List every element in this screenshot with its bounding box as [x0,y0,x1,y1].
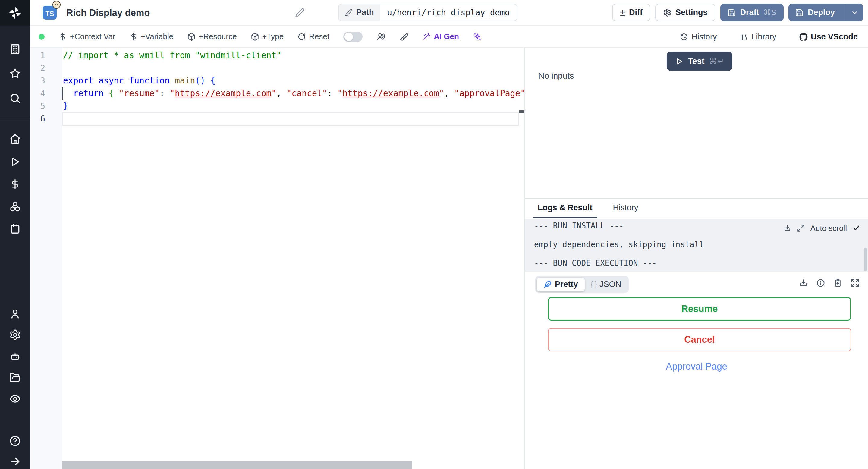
sidebar-item-runs[interactable] [9,156,21,167]
line-number[interactable]: 1 [40,49,45,62]
play-icon [675,57,683,65]
add-type-button[interactable]: +Type [251,32,284,41]
sidebar-item-favorites[interactable] [9,68,21,79]
paintbrush-icon [399,32,408,41]
tab-logs-result[interactable]: Logs & Result [533,199,597,218]
edit-summary-pencil-icon[interactable] [295,8,305,18]
sidebar-item-users[interactable] [9,308,21,319]
sidebar-item-audit[interactable] [9,393,21,405]
history-button[interactable]: History [680,32,717,41]
log-line: --- BUN CODE EXECUTION --- [534,259,868,268]
line-number[interactable]: 4 [40,87,45,100]
editor-gutter: 123456 [30,48,62,469]
expand-logs-icon[interactable] [797,224,805,232]
library-button[interactable]: Library [740,32,776,41]
tab-history[interactable]: History [608,199,643,218]
sidebar-collapse[interactable] [9,456,21,467]
line-number[interactable]: 2 [40,62,45,74]
gear-icon [9,329,21,341]
sidebar-item-workers[interactable] [9,351,21,362]
ai-sparkles-button[interactable] [473,32,482,41]
add-resource-button[interactable]: +Resource [187,32,237,41]
diff-button-label: Diff [629,8,643,17]
approval-page-link[interactable]: Approval Page [525,361,868,372]
path-field[interactable]: Path u/henri/rich_display_demo [338,4,518,22]
code-token: https://example.com [342,88,439,98]
cancel-button[interactable]: Cancel [548,328,851,351]
path-value: u/henri/rich_display_demo [380,4,517,21]
pretty-tab[interactable]: Pretty [537,278,585,291]
deploy-button-main[interactable]: Deploy [788,8,841,17]
download-result-icon[interactable] [799,279,808,287]
diff-button[interactable]: ± Diff [612,4,650,22]
reset-button[interactable]: Reset [298,32,330,41]
format-code-button[interactable] [399,32,408,41]
assistant-toggle[interactable] [343,32,363,42]
expand-result-icon[interactable] [850,279,860,287]
sidebar-item-workspace[interactable] [9,43,21,55]
draft-button-label: Draft [740,8,759,17]
save-icon [727,8,736,17]
user-icon [9,308,21,319]
resume-button[interactable]: Resume [548,297,851,321]
sidebar-item-settings[interactable] [9,329,21,341]
logs-pane[interactable]: Auto scroll --- BUN INSTALL ---empty dep… [525,219,868,272]
code-token: main [175,76,195,86]
no-inputs-text: No inputs [538,71,574,81]
topbar-actions: ± Diff Settings Draft ⌘S Deploy [612,4,863,22]
logs-scrollbar[interactable] [864,248,867,271]
multiplayer-button[interactable] [376,32,385,41]
typescript-badge-label: TS [45,10,54,18]
sidebar-item-resources[interactable] [9,201,21,212]
eye-icon [9,393,21,405]
diff-icon: ± [620,8,625,17]
test-button[interactable]: Test ⌘↵ [667,52,733,71]
calendar-icon [9,223,21,234]
reset-icon [298,33,306,41]
users-icon [376,32,385,41]
dollar-icon [129,33,138,41]
json-tab[interactable]: { } JSON [585,278,627,291]
sidebar-item-search[interactable] [9,93,21,104]
sidebar-item-home[interactable] [9,133,21,145]
sidebar-item-help[interactable] [9,435,21,447]
code-line: export async function main() { [63,74,216,87]
draft-kbd: ⌘S [764,8,776,17]
code-token: async [98,76,124,86]
download-logs-icon[interactable] [783,224,792,232]
info-icon[interactable] [816,279,825,287]
auto-scroll-checkbox[interactable] [852,224,860,233]
windmill-logo[interactable] [0,0,30,26]
use-vscode-button[interactable]: Use VScode [799,32,858,41]
pretty-tab-label: Pretty [555,280,578,289]
line-number[interactable]: 6 [40,113,45,125]
use-vscode-label: Use VScode [811,32,858,41]
deploy-dropdown[interactable] [846,4,863,22]
code-token: export [63,76,93,86]
ai-gen-button[interactable]: AI Gen [422,32,459,41]
package-icon [187,33,195,41]
code-editor[interactable]: 123456 // import * as wmill from "windmi… [30,48,525,469]
dollar-icon [9,179,21,190]
code-token: : [159,88,170,98]
deploy-button[interactable]: Deploy [788,4,863,22]
sidebar-item-folders[interactable] [9,372,21,383]
draft-button[interactable]: Draft ⌘S [720,4,784,22]
sidebar-item-variables[interactable] [9,179,21,190]
add-context-var-label: +Context Var [70,32,116,41]
add-type-label: +Type [262,32,284,41]
line-number[interactable]: 3 [40,74,45,87]
copy-result-icon[interactable] [833,279,842,287]
add-variable-button[interactable]: +Variable [129,32,174,41]
line-number[interactable]: 5 [40,100,45,113]
add-context-var-button[interactable]: +Context Var [59,32,116,41]
history-label: History [691,32,717,41]
windmill-logo-icon [8,6,22,20]
code-area[interactable]: // import * as wmill from "windmill-clie… [63,48,524,469]
github-icon [799,33,808,41]
horizontal-scrollbar[interactable] [62,461,412,469]
settings-button[interactable]: Settings [655,4,715,22]
sidebar-item-schedules[interactable] [9,223,21,234]
code-token: // import * as wmill from "windmill-clie… [63,50,281,60]
library-label: Library [751,32,776,41]
